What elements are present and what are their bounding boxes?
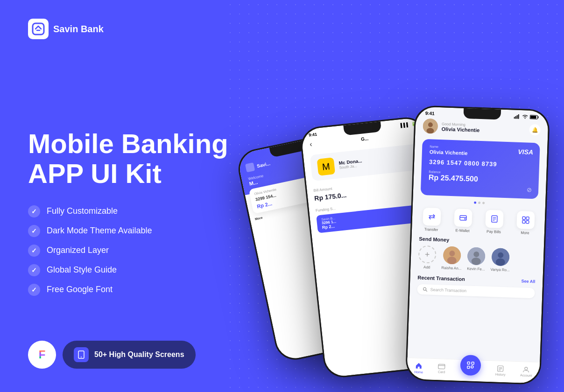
action-paybills[interactable]: Pay Bills xyxy=(485,210,503,234)
phone3-logo-icon xyxy=(245,162,255,172)
contact-name-3: Vanya Ro... xyxy=(490,267,510,272)
phone-header: Good Morning Olivia Vichentie 🔔 xyxy=(415,115,548,141)
card-icon xyxy=(438,364,445,370)
svg-rect-29 xyxy=(438,364,445,369)
check-icon xyxy=(28,284,40,296)
svg-rect-31 xyxy=(472,362,474,364)
phone-main-content: 9:41 xyxy=(407,106,549,384)
avatar-1-svg xyxy=(443,246,461,264)
more-label: More xyxy=(521,231,529,235)
contact-1[interactable]: Raisha An... xyxy=(441,246,462,270)
features-list: Fully Customizable Dark Mode Theme Avail… xyxy=(28,205,252,296)
feature-item: Global Style Guide xyxy=(28,264,252,276)
figma-badge[interactable]: F xyxy=(28,341,56,369)
eye-icon: ⊘ xyxy=(527,186,532,193)
action-ewallet[interactable]: E-Wallet xyxy=(453,209,472,233)
merchant-details: Mc Dona... South Ja... xyxy=(338,153,415,170)
card-dot-1 xyxy=(474,202,476,204)
add-contact[interactable]: + Add xyxy=(418,245,437,270)
send-money-row: + Add Raisha An... xyxy=(410,245,544,279)
phone3-balance: Rp 2... xyxy=(256,201,273,210)
nav-account-label: Account xyxy=(520,373,532,377)
contact-3[interactable]: Vanya Ro... xyxy=(490,248,510,272)
contact-avatar-3 xyxy=(491,248,509,266)
svg-point-13 xyxy=(464,218,465,219)
action-more[interactable]: More xyxy=(516,211,535,235)
phone2-time: 9:41 xyxy=(309,132,317,138)
contact-2[interactable]: Kevin Fe... xyxy=(467,247,486,271)
add-button[interactable]: + xyxy=(418,245,437,264)
notification-bell[interactable]: 🔔 xyxy=(529,124,541,136)
check-icon xyxy=(28,245,40,257)
paybills-icon xyxy=(485,210,503,228)
phone-main-screen: 9:41 xyxy=(407,106,549,384)
ewallet-label: E-Wallet xyxy=(455,228,469,233)
nav-card-label: Card xyxy=(438,370,445,374)
check-icon xyxy=(28,205,40,217)
battery-icon xyxy=(529,114,539,119)
check-icon xyxy=(28,264,40,276)
phone-icon xyxy=(74,347,89,362)
phones-area: Savi... Welcome M... Olivia Vichentie 32… xyxy=(247,0,564,392)
user-avatar xyxy=(423,119,438,134)
phone3-brand: Savi... xyxy=(256,161,271,168)
see-all-link[interactable]: See All xyxy=(521,279,535,284)
card-dot-3 xyxy=(482,202,485,204)
nav-history[interactable]: History xyxy=(495,365,506,376)
user-text: Good Morning Olivia Vichentie xyxy=(441,122,479,133)
status-time: 9:41 xyxy=(425,111,435,116)
card-number: 3296 1547 0800 8739 xyxy=(429,158,532,169)
action-transfer[interactable]: Transfer xyxy=(422,208,441,232)
paybills-label: Pay Bills xyxy=(486,230,501,234)
contact-avatar-2 xyxy=(467,247,486,265)
search-icon xyxy=(423,287,427,292)
recent-title: Recent Transaction xyxy=(417,275,465,282)
feature-text: Fully Customizable xyxy=(47,206,118,216)
user-name-display: Olivia Vichentie xyxy=(441,126,479,133)
svg-rect-32 xyxy=(467,366,470,368)
quick-actions: Transfer E-Wallet xyxy=(412,205,545,240)
svg-rect-0 xyxy=(33,23,44,35)
svg-rect-3 xyxy=(514,117,515,119)
phone2-title: G... xyxy=(361,136,369,142)
more-icon xyxy=(516,211,535,229)
svg-rect-15 xyxy=(522,217,525,219)
screens-badge[interactable]: 50+ High Quality Screens xyxy=(63,341,196,369)
check-icon xyxy=(28,225,40,237)
add-label: Add xyxy=(423,265,430,269)
merchant-logo: M xyxy=(317,157,336,176)
svg-point-33 xyxy=(471,365,473,368)
svg-rect-17 xyxy=(522,220,525,223)
feature-item: Organized Layer xyxy=(28,245,252,257)
account-icon xyxy=(523,366,529,373)
svg-rect-12 xyxy=(459,216,466,220)
feature-text: Dark Mode Theme Available xyxy=(47,226,152,236)
svg-rect-30 xyxy=(467,362,470,364)
feature-text: Global Style Guide xyxy=(47,265,117,275)
svg-rect-6 xyxy=(518,114,519,119)
transfer-label: Transfer xyxy=(424,227,438,232)
nav-card[interactable]: Card xyxy=(437,364,445,374)
logo-icon xyxy=(28,19,49,39)
figma-icon: F xyxy=(39,348,46,361)
contact-name-1: Raisha An... xyxy=(441,266,461,271)
search-placeholder: Search Transaction xyxy=(430,287,466,294)
back-button[interactable]: ‹ xyxy=(309,140,312,148)
main-notch xyxy=(463,108,501,120)
wifi-icon xyxy=(522,114,528,119)
avatar-2-svg xyxy=(467,247,486,265)
history-icon xyxy=(497,365,504,372)
screens-count: 50+ High Quality Screens xyxy=(94,350,184,359)
nav-account[interactable]: Account xyxy=(520,366,532,377)
avatar-svg xyxy=(423,119,438,134)
phone-main: 9:41 xyxy=(405,105,550,385)
feature-text: Organized Layer xyxy=(47,245,109,255)
nav-center-button[interactable] xyxy=(460,354,481,376)
visa-logo: VISA xyxy=(518,148,533,156)
card-dot-2 xyxy=(478,202,480,204)
nav-home[interactable]: Home xyxy=(414,362,423,374)
logo-area: Savin Bank xyxy=(28,19,104,39)
home-icon xyxy=(415,362,423,370)
bank-card: Name Olivia Vichentie VISA 3296 1547 080… xyxy=(421,139,540,199)
bottom-badges: F 50+ High Quality Screens xyxy=(28,341,196,369)
